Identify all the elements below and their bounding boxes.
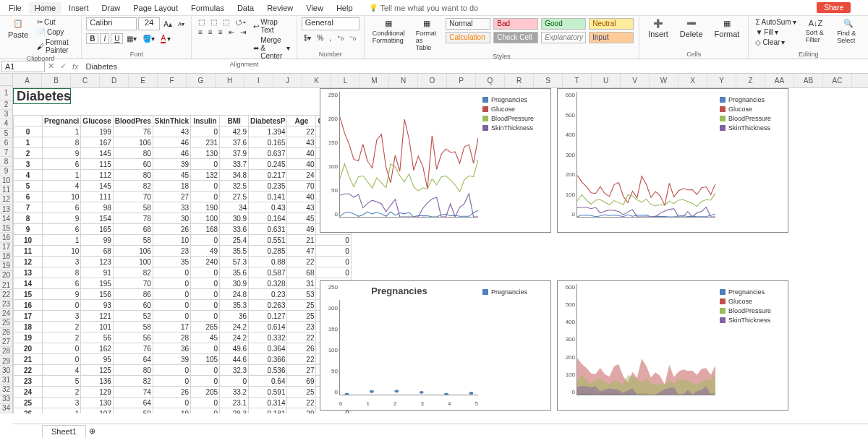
cell[interactable]: 199	[81, 126, 113, 137]
cell[interactable]: 47	[287, 246, 316, 257]
insert-cells-button[interactable]: ➕Insert	[644, 17, 673, 40]
col-header-U[interactable]: U	[592, 74, 621, 87]
cell[interactable]: 0	[191, 343, 220, 354]
table-row[interactable]: 182101581726524.20.614230	[14, 322, 352, 332]
cell[interactable]: 129	[81, 387, 113, 398]
cell[interactable]: 0	[191, 398, 220, 408]
col-header-AC[interactable]: AC	[823, 74, 852, 87]
number-format-select[interactable]: General	[302, 17, 359, 30]
cell[interactable]: 1	[43, 170, 81, 181]
cell[interactable]: 74	[113, 387, 153, 398]
cell[interactable]: 9	[14, 224, 43, 235]
fx-icon[interactable]: fx	[69, 62, 82, 71]
cell[interactable]: 195	[81, 278, 113, 289]
cell[interactable]: 10	[43, 192, 81, 202]
cell[interactable]: 44.6	[220, 354, 249, 365]
cell[interactable]: 43	[153, 126, 190, 137]
row-header-18[interactable]: 18	[0, 252, 12, 262]
cell[interactable]: 106	[113, 137, 153, 148]
cell[interactable]: 19	[14, 332, 43, 343]
style-neutral[interactable]: Neutral	[589, 18, 634, 30]
cell[interactable]: 6	[43, 159, 81, 170]
cell[interactable]: 132	[191, 170, 220, 181]
cell[interactable]: 0	[43, 354, 81, 365]
cell[interactable]: 36	[220, 311, 249, 322]
cell[interactable]: 3	[43, 398, 81, 408]
align-mid-button[interactable]: ⬚	[208, 17, 219, 27]
cell[interactable]: 0.235	[249, 181, 287, 192]
cell[interactable]: 58	[113, 202, 153, 213]
cell[interactable]: 106	[113, 246, 153, 257]
cell[interactable]: 27	[287, 365, 316, 376]
col-header-O[interactable]: O	[418, 74, 447, 87]
cell[interactable]: 6	[43, 278, 81, 289]
table-row[interactable]: 2001627636049.60.364261	[14, 343, 352, 354]
cell[interactable]: 100	[113, 257, 153, 267]
cell[interactable]: 0.165	[249, 137, 287, 148]
cell[interactable]: 0	[191, 192, 220, 202]
format-cells-button[interactable]: ▦Format	[710, 17, 744, 40]
cell[interactable]: 2	[14, 148, 43, 159]
find-select-button[interactable]: 🔍Find & Select	[833, 17, 864, 46]
tab-sheet1[interactable]: Sheet1	[42, 425, 86, 437]
cell[interactable]: 8	[43, 137, 81, 148]
col-header-A[interactable]: A	[13, 74, 42, 87]
cell[interactable]: 98	[81, 202, 113, 213]
cell[interactable]: 40	[287, 148, 316, 159]
cell[interactable]: 0	[191, 126, 220, 137]
row-header-10[interactable]: 10	[0, 176, 12, 186]
cell[interactable]: 6	[43, 224, 81, 235]
copy-button[interactable]: 📄Copy	[35, 27, 77, 37]
style-input[interactable]: Input	[589, 32, 634, 43]
row-header-2[interactable]: 2	[0, 100, 12, 110]
table-row[interactable]: 16093600035.30.263250	[14, 300, 352, 311]
row-header-24[interactable]: 24	[0, 309, 12, 318]
tell-me-input[interactable]: Tell me what you want to do	[369, 4, 479, 12]
cell[interactable]: 33.7	[220, 159, 249, 170]
font-color-button[interactable]: A▾	[158, 33, 173, 44]
cell[interactable]: 0	[220, 376, 249, 387]
cell[interactable]: 0.551	[249, 235, 287, 246]
col-header-AA[interactable]: AA	[765, 74, 794, 87]
cell[interactable]: 0.364	[249, 343, 287, 354]
table-row[interactable]: 111068106234935.50.285470	[14, 246, 352, 257]
cell[interactable]: 4	[43, 181, 81, 192]
cell[interactable]: 34	[220, 202, 249, 213]
row-header-29[interactable]: 29	[0, 356, 12, 366]
cell[interactable]: 56	[81, 332, 113, 343]
cell[interactable]: 32.5	[220, 181, 249, 192]
cell-A1[interactable]: Diabetes	[13, 88, 71, 104]
cell[interactable]: 78	[113, 213, 153, 224]
cell[interactable]: 231	[191, 137, 220, 148]
cell[interactable]: 15	[14, 289, 43, 300]
cell[interactable]: 0	[191, 365, 220, 376]
cell[interactable]: 0	[153, 376, 190, 387]
cell[interactable]: 69	[287, 376, 316, 387]
row-header-14[interactable]: 14	[0, 214, 12, 223]
align-bot-button[interactable]: ⬚	[221, 17, 231, 27]
cell[interactable]: 0.23	[249, 289, 287, 300]
cell[interactable]: 123	[81, 257, 113, 267]
merge-center-button[interactable]: ⬌Merge & Center▾	[251, 35, 292, 61]
table-header[interactable]: Glucose	[81, 116, 113, 126]
cell[interactable]: 265	[191, 322, 220, 332]
cell[interactable]: 24	[287, 170, 316, 181]
cell[interactable]: 82	[113, 267, 153, 278]
paste-button[interactable]: 📋 Paste	[4, 17, 32, 40]
table-row[interactable]: 1231231003524057.30.88220	[14, 257, 352, 267]
cell[interactable]: 0.631	[249, 224, 287, 235]
decrease-font-button[interactable]: A▾	[176, 20, 187, 28]
cell[interactable]: 80	[113, 170, 153, 181]
cell[interactable]: 0.245	[249, 159, 287, 170]
menu-data[interactable]: Data	[231, 2, 260, 14]
cell[interactable]: 105	[191, 354, 220, 365]
cell[interactable]: 156	[81, 289, 113, 300]
cell[interactable]: 8	[14, 213, 43, 224]
cell[interactable]: 49.6	[220, 343, 249, 354]
row-header-12[interactable]: 12	[0, 195, 12, 205]
cell[interactable]: 37.6	[220, 137, 249, 148]
cell[interactable]: 37.9	[220, 148, 249, 159]
chart1[interactable]: 250200150100500PregnanciesGlucoseBloodPr…	[320, 88, 551, 233]
cell[interactable]: 23	[14, 376, 43, 387]
table-row[interactable]: 224125800032.30.536271	[14, 365, 352, 376]
